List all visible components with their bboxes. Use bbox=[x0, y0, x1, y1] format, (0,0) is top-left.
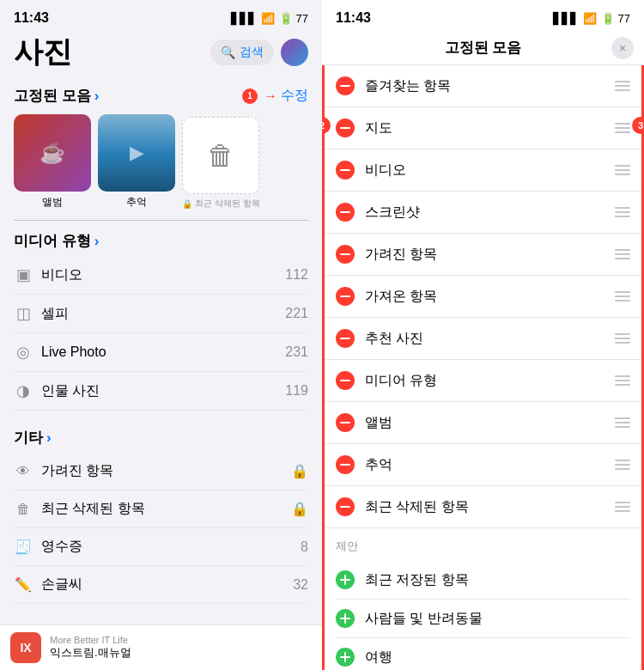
remove-map-button[interactable] bbox=[336, 119, 355, 137]
remove-album-button[interactable] bbox=[336, 413, 355, 432]
suggest-item-people[interactable]: 사람들 및 반려동물 bbox=[336, 600, 630, 638]
minus-icon bbox=[340, 295, 350, 297]
left-header: 사진 🔍 검색 bbox=[0, 29, 322, 79]
delete-thumb: 🗑 bbox=[182, 117, 259, 194]
screenshot-label: 스크린샷 bbox=[365, 204, 605, 222]
plus-icon bbox=[340, 613, 350, 624]
add-people-button[interactable] bbox=[336, 609, 355, 628]
right-status-bar: 11:43 ▋▋▋ 📶 🔋 77 bbox=[322, 0, 644, 29]
signal-icon: ▋▋▋ bbox=[231, 12, 257, 25]
left-status-time: 11:43 bbox=[14, 10, 49, 26]
modal-title: 고정된 모음 bbox=[445, 38, 522, 58]
divider-1 bbox=[14, 220, 308, 221]
edit-button[interactable]: 1 → 수정 bbox=[242, 87, 308, 105]
pinned-memories[interactable]: ▶ 추억 bbox=[98, 114, 175, 210]
modal-item-favorites[interactable]: 즐겨찾는 항목 bbox=[322, 65, 644, 107]
minus-icon bbox=[340, 85, 350, 87]
media-header: 미디어 유형 › bbox=[14, 231, 308, 251]
video-icon: ▣ bbox=[14, 265, 33, 284]
close-button[interactable]: × bbox=[611, 37, 634, 59]
drag-handle[interactable] bbox=[615, 333, 630, 344]
right-battery-icon: 🔋 77 bbox=[601, 12, 630, 25]
drag-handle[interactable] bbox=[615, 123, 630, 133]
search-icon: 🔍 bbox=[221, 46, 235, 59]
modal-item-map[interactable]: 지도 bbox=[322, 107, 644, 149]
other-item-hidden[interactable]: 👁 가려진 항목 🔒 bbox=[14, 453, 308, 490]
drag-handle[interactable] bbox=[615, 502, 630, 512]
modal-content: 2 3 즐겨찾는 항목 지도 bbox=[322, 65, 644, 670]
drag-handle[interactable] bbox=[615, 81, 630, 91]
remove-video-button[interactable] bbox=[336, 161, 355, 180]
wifi-icon: 📶 bbox=[261, 12, 275, 25]
drag-handle[interactable] bbox=[615, 417, 630, 428]
receipt-icon: 🧾 bbox=[14, 539, 33, 555]
pinned-chevron: › bbox=[94, 88, 100, 105]
album-thumb-bg: ☕ bbox=[14, 114, 91, 192]
other-header: 기타 › bbox=[14, 428, 308, 448]
remove-screenshot-button[interactable] bbox=[336, 203, 355, 222]
recommended-label: 추천 사진 bbox=[365, 330, 605, 348]
modal-item-hidden[interactable]: 가려진 항목 bbox=[322, 234, 644, 276]
drag-handle[interactable] bbox=[615, 375, 630, 386]
remove-recentdeleted-button[interactable] bbox=[336, 497, 355, 516]
pinned-album[interactable]: ☕ 앨범 bbox=[14, 114, 91, 210]
livephoto-label: Live Photo bbox=[41, 344, 106, 360]
modal-item-imported[interactable]: 가져온 항목 bbox=[322, 276, 644, 318]
modal-item-screenshot[interactable]: 스크린샷 bbox=[322, 192, 644, 234]
right-wifi-icon: 📶 bbox=[583, 12, 597, 25]
drag-handle[interactable] bbox=[615, 249, 630, 259]
plus-icon bbox=[340, 652, 350, 662]
drag-handle[interactable] bbox=[615, 207, 630, 217]
minus-icon bbox=[340, 338, 350, 339]
watermark-logo: IX bbox=[10, 632, 41, 663]
modal-item-video[interactable]: 비디오 bbox=[322, 149, 644, 192]
drag-handle[interactable] bbox=[615, 165, 630, 175]
search-button[interactable]: 🔍 검색 bbox=[210, 40, 274, 65]
watermark: IX More Better IT Life 익스트림.매뉴얼 bbox=[0, 624, 322, 670]
drag-handle[interactable] bbox=[615, 291, 630, 302]
modal-item-memories[interactable]: 추억 bbox=[322, 444, 644, 486]
suggest-item-recent[interactable]: 최근 저장된 항목 bbox=[336, 561, 630, 600]
media-item-video[interactable]: ▣ 비디오 112 bbox=[14, 256, 308, 295]
album-label: 앨범 bbox=[42, 195, 63, 210]
avatar[interactable] bbox=[281, 39, 308, 66]
travel-suggest-label: 여행 bbox=[365, 649, 392, 667]
favorites-label: 즐겨찾는 항목 bbox=[365, 77, 605, 95]
portrait-count: 119 bbox=[285, 383, 308, 399]
modal-item-mediatype[interactable]: 미디어 유형 bbox=[322, 360, 644, 402]
watermark-site: 익스트림.매뉴얼 bbox=[50, 645, 131, 661]
other-item-deleted[interactable]: 🗑 최근 삭제된 항목 🔒 bbox=[14, 490, 308, 528]
remove-recommended-button[interactable] bbox=[336, 329, 355, 348]
album-thumbnail: ☕ bbox=[14, 114, 91, 192]
remove-hidden-button[interactable] bbox=[336, 245, 355, 264]
modal-item-album[interactable]: 앨범 bbox=[322, 402, 644, 444]
remove-favorites-button[interactable] bbox=[336, 76, 355, 95]
suggest-item-travel[interactable]: 여행 bbox=[336, 638, 630, 670]
modal-item-recommended[interactable]: 추천 사진 bbox=[322, 318, 644, 360]
other-item-handwriting[interactable]: ✏️ 손글씨 32 bbox=[14, 566, 308, 604]
remove-memories-button[interactable] bbox=[336, 455, 355, 474]
modal-item-recentdeleted[interactable]: 최근 삭제된 항목 bbox=[322, 486, 644, 528]
media-item-livephoto[interactable]: ◎ Live Photo 231 bbox=[14, 333, 308, 372]
mediatype-label: 미디어 유형 bbox=[365, 372, 605, 390]
battery-icon: 🔋 77 bbox=[279, 12, 308, 25]
lock-icon-deleted: 🔒 bbox=[291, 501, 308, 517]
other-item-receipt[interactable]: 🧾 영수증 8 bbox=[14, 528, 308, 566]
portrait-label: 인물 사진 bbox=[41, 382, 100, 400]
livephoto-icon: ◎ bbox=[14, 343, 33, 362]
hidden-label: 가려진 항목 bbox=[41, 462, 113, 480]
pinned-deleted[interactable]: 🗑 🔒 최근 삭제된 항목 bbox=[182, 117, 260, 210]
add-travel-button[interactable] bbox=[336, 648, 355, 667]
remove-imported-button[interactable] bbox=[336, 287, 355, 306]
remove-mediatype-button[interactable] bbox=[336, 371, 355, 390]
media-item-portrait[interactable]: ◑ 인물 사진 119 bbox=[14, 372, 308, 411]
drag-handle[interactable] bbox=[615, 460, 630, 470]
lock-icon-hidden: 🔒 bbox=[291, 463, 308, 479]
minus-icon bbox=[340, 127, 350, 129]
handwriting-icon: ✏️ bbox=[14, 576, 33, 593]
media-item-selfie[interactable]: ◫ 셀피 221 bbox=[14, 295, 308, 333]
minus-icon bbox=[340, 253, 350, 255]
deleted-label: 🔒 최근 삭제된 항목 bbox=[182, 198, 260, 210]
memories-label-modal: 추억 bbox=[365, 456, 605, 474]
add-recent-button[interactable] bbox=[336, 570, 355, 589]
